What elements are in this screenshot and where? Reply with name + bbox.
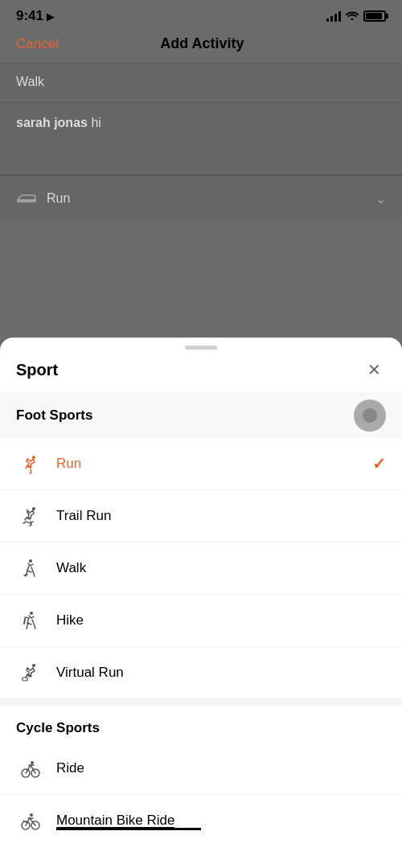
sport-name-mountain-bike: Mountain Bike Ride [56,813,174,829]
sport-item-trail-run[interactable]: Trail Run [0,490,402,542]
status-time: 9:41 [16,8,43,24]
checkmark-icon: ✓ [372,454,386,473]
section-toggle[interactable] [354,399,386,432]
cycle-sports-section-header: Cycle Sports [0,699,402,743]
sheet-handle [0,338,402,354]
notes-author: sarah jonas [16,116,88,129]
sport-item-walk[interactable]: Walk [0,542,402,595]
nav-bar: Cancel Add Activity [0,29,402,62]
sport-item-run[interactable]: Run ✓ [0,438,402,490]
sport-picker-sheet: Sport ✕ Foot Sports Run ✓ [0,338,402,868]
sport-name-run: Run [56,456,372,472]
walk-icon [16,554,45,583]
sport-item-hike[interactable]: Hike [0,595,402,647]
sport-item-mountain-bike[interactable]: Mountain Bike Ride [0,795,402,846]
ride-icon [16,754,45,783]
status-bar: 9:41 ▶ [0,0,402,29]
wifi-icon [346,10,359,23]
handle-bar [185,346,217,350]
battery-icon [363,10,386,22]
svg-rect-0 [23,678,27,681]
sport-name-trail-run: Trail Run [56,508,386,524]
foot-sports-section-header: Foot Sports [0,391,402,438]
trail-run-icon [16,502,45,530]
signal-icon [326,10,341,22]
activity-name-field[interactable]: Walk [0,62,402,103]
sport-name-virtual-run: Virtual Run [56,665,386,681]
sheet-header: Sport ✕ [0,354,402,391]
sport-name-ride: Ride [56,760,386,776]
close-button[interactable]: ✕ [362,358,386,382]
sheet-title: Sport [16,361,58,379]
svg-point-6 [30,813,33,817]
sport-item-ride[interactable]: Ride [0,743,402,795]
sport-name-walk: Walk [56,560,386,576]
cycle-sports-label: Cycle Sports [16,720,100,735]
svg-point-3 [31,761,34,764]
run-icon [16,449,45,478]
sport-item-virtual-run[interactable]: Virtual Run [0,647,402,699]
page-title: Add Activity [160,35,244,52]
foot-sports-label: Foot Sports [16,407,92,424]
virtual-run-icon [16,658,45,687]
hike-icon [16,606,45,635]
cancel-button[interactable]: Cancel [16,36,59,52]
sport-shoe-icon [16,187,37,210]
sport-name-hike: Hike [56,612,386,628]
chevron-down-icon: ⌄ [375,191,386,207]
mountain-bike-icon [16,806,45,835]
notes-text: hi [88,116,101,129]
notes-field[interactable]: sarah jonas hi [0,103,402,175]
background-form: Walk sarah jonas hi Run ⌄ [0,62,402,221]
sport-field[interactable]: Run ⌄ [0,175,402,221]
location-icon: ▶ [47,10,55,23]
activity-name-value: Walk [16,75,44,88]
status-icons [326,10,386,23]
sport-label: Run [47,191,70,206]
